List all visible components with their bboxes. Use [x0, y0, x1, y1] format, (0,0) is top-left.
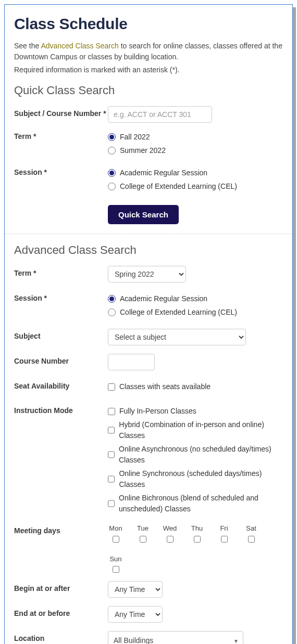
- intro-text-2: Required information is marked with an a…: [14, 65, 283, 75]
- quick-search-button[interactable]: Quick Search: [108, 205, 179, 224]
- day-wed-checkbox[interactable]: [167, 536, 174, 543]
- mode-sync-checkbox[interactable]: [108, 475, 115, 483]
- advanced-search-heading: Advanced Class Search: [14, 241, 283, 259]
- day-thu-checkbox[interactable]: [194, 536, 201, 543]
- mode-sync-label: Online Synchronous (scheduled days/times…: [119, 468, 283, 490]
- day-tue-checkbox[interactable]: [140, 536, 146, 543]
- divider: [5, 234, 292, 234]
- day-wed-label: Wed: [163, 523, 177, 534]
- session-cel-label: College of Extended Learning (CEL): [120, 181, 237, 192]
- mode-inperson-checkbox[interactable]: [108, 408, 115, 415]
- day-thu-label: Thu: [191, 523, 203, 534]
- adv-term-label: Term *: [14, 265, 108, 279]
- quick-search-heading: Quick Class Search: [14, 82, 283, 99]
- term-label: Term *: [14, 128, 108, 142]
- end-label: End at or before: [14, 605, 108, 619]
- subject-course-input[interactable]: [108, 106, 212, 123]
- subject-course-label: Subject / Course Number *: [14, 105, 108, 119]
- mode-async-checkbox[interactable]: [108, 451, 115, 458]
- adv-session-label: Session *: [14, 290, 108, 304]
- day-sun-label: Sun: [109, 554, 121, 564]
- mode-hybrid-label: Hybrid (Combination of in-person and onl…: [119, 419, 283, 441]
- term-fall-radio[interactable]: [108, 133, 116, 141]
- adv-session-regular-radio[interactable]: [108, 295, 116, 303]
- course-number-input[interactable]: [108, 354, 155, 370]
- mode-hybrid-checkbox[interactable]: [108, 427, 115, 434]
- adv-session-regular-label: Academic Regular Session: [120, 293, 207, 304]
- chevron-down-icon: ▼: [233, 637, 239, 644]
- term-summer-radio[interactable]: [108, 147, 116, 154]
- mode-inperson-label: Fully In-Person Classes: [119, 406, 196, 417]
- instruction-mode-label: Instruction Mode: [14, 402, 108, 416]
- mode-bichronous-checkbox[interactable]: [108, 500, 115, 507]
- end-time-select[interactable]: Any Time: [108, 606, 163, 623]
- intro-text-1a: See the: [14, 42, 41, 50]
- location-select[interactable]: All Buildings ▼: [108, 631, 243, 644]
- session-label: Session *: [14, 164, 108, 178]
- page-title: Class Schedule: [14, 12, 283, 35]
- adv-session-cel-radio[interactable]: [108, 308, 116, 316]
- seat-avail-text: Classes with seats available: [119, 381, 211, 392]
- day-fri-checkbox[interactable]: [221, 536, 228, 543]
- session-regular-label: Academic Regular Session: [120, 168, 207, 178]
- session-cel-radio[interactable]: [108, 183, 116, 190]
- term-fall-label: Fall 2022: [120, 132, 150, 143]
- advanced-search-link[interactable]: Advanced Class Search: [41, 42, 118, 50]
- location-value: All Buildings: [114, 636, 153, 644]
- adv-subject-select[interactable]: Select a subject: [108, 329, 246, 345]
- seat-avail-checkbox[interactable]: [108, 383, 115, 391]
- term-summer-label: Summer 2022: [120, 145, 166, 156]
- adv-term-select[interactable]: Spring 2022: [108, 266, 186, 282]
- class-schedule-panel: Class Schedule See the Advanced Class Se…: [4, 4, 293, 644]
- seat-avail-label: Seat Availability: [14, 378, 108, 392]
- adv-subject-label: Subject: [14, 328, 108, 342]
- day-mon-label: Mon: [109, 523, 122, 534]
- day-fri-label: Fri: [220, 523, 228, 534]
- mode-async-label: Online Asynchronous (no scheduled day/ti…: [119, 444, 283, 466]
- begin-label: Begin at or after: [14, 580, 108, 594]
- location-label: Location: [14, 630, 108, 644]
- course-number-label: Course Number: [14, 353, 108, 367]
- meeting-days-label: Meeting days: [14, 522, 108, 536]
- session-regular-radio[interactable]: [108, 169, 116, 177]
- adv-session-cel-label: College of Extended Learning (CEL): [120, 307, 237, 318]
- begin-time-select[interactable]: Any Time: [108, 581, 163, 598]
- day-sat-label: Sat: [246, 523, 256, 534]
- mode-bichronous-label: Online Bichronous (blend of scheduled an…: [119, 493, 283, 514]
- day-mon-checkbox[interactable]: [113, 536, 119, 543]
- intro-text-1: See the Advanced Class Search to search …: [14, 41, 283, 62]
- day-sat-checkbox[interactable]: [248, 536, 255, 543]
- day-sun-checkbox[interactable]: [113, 566, 119, 573]
- day-tue-label: Tue: [137, 523, 148, 534]
